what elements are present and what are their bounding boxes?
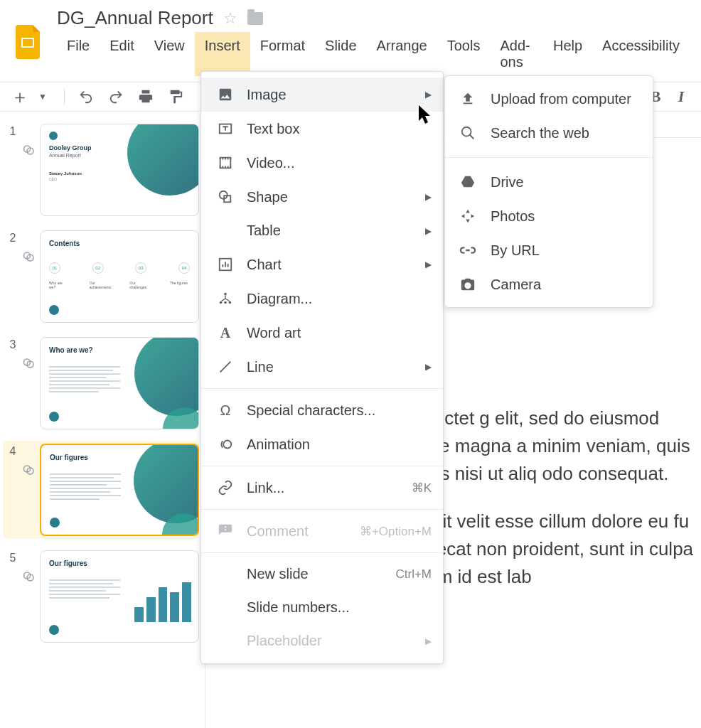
menu-divider xyxy=(201,466,443,466)
chevron-right-icon: ▶ xyxy=(425,259,432,269)
undo-icon[interactable] xyxy=(77,88,95,105)
video-icon xyxy=(217,154,234,171)
menu-tools[interactable]: Tools xyxy=(437,32,491,76)
slide-thumbnail-3[interactable]: 3 Who are we? xyxy=(3,334,199,432)
search-icon xyxy=(459,124,476,141)
textbox-icon xyxy=(217,120,234,137)
menu-item-video[interactable]: Video... xyxy=(201,146,443,180)
menu-item-image[interactable]: Image ▶ xyxy=(201,77,443,112)
slide-number: 2 xyxy=(3,230,23,245)
diagram-icon xyxy=(217,290,234,307)
menu-help[interactable]: Help xyxy=(543,32,592,76)
submenu-photos[interactable]: Photos xyxy=(445,199,653,233)
svg-point-22 xyxy=(466,284,470,288)
drive-icon xyxy=(459,173,476,191)
slide-thumbnail-1[interactable]: 1 Dooley Group Annual Report Stacey John… xyxy=(3,121,199,219)
menu-insert[interactable]: Insert xyxy=(195,32,250,76)
slide-thumbnail-2[interactable]: 2 Contents 01 02 03 04 Who are we? Our a… xyxy=(3,228,199,326)
chevron-right-icon: ▶ xyxy=(425,226,432,236)
omega-icon: Ω xyxy=(217,402,234,419)
svg-point-18 xyxy=(224,301,227,304)
menu-item-diagram[interactable]: Diagram... xyxy=(201,282,443,316)
menu-addons[interactable]: Add-ons xyxy=(490,32,543,76)
slide-number: 3 xyxy=(3,337,23,351)
menu-item-textbox[interactable]: Text box xyxy=(201,112,443,146)
chart-icon xyxy=(217,256,234,273)
menu-view[interactable]: View xyxy=(144,32,195,76)
menu-divider xyxy=(201,509,443,510)
submenu-upload-from-computer[interactable]: Upload from computer xyxy=(445,82,653,116)
slide-comment-icon xyxy=(23,444,40,479)
chevron-right-icon: ▶ xyxy=(425,362,432,372)
menu-item-shape[interactable]: Shape ▶ xyxy=(201,180,443,214)
menu-bar: File Edit View Insert Format Slide Arran… xyxy=(57,29,690,76)
menu-format[interactable]: Format xyxy=(250,32,315,76)
slide-thumbnail-5[interactable]: 5 Our figures xyxy=(3,547,199,646)
folder-icon[interactable] xyxy=(247,12,263,25)
wordart-icon: A xyxy=(217,324,234,341)
separator xyxy=(64,88,65,105)
link-icon xyxy=(217,479,234,496)
menu-item-table[interactable]: Table ▶ xyxy=(201,214,443,247)
menu-edit[interactable]: Edit xyxy=(100,32,144,76)
svg-point-16 xyxy=(224,293,227,296)
menu-file[interactable]: File xyxy=(57,32,100,76)
menu-arrange[interactable]: Arrange xyxy=(367,32,437,76)
print-icon[interactable] xyxy=(137,88,154,105)
menu-divider xyxy=(201,552,443,553)
italic-button[interactable]: I xyxy=(673,88,690,105)
new-slide-dropdown[interactable]: ▼ xyxy=(34,88,51,105)
menu-item-chart[interactable]: Chart ▶ xyxy=(201,247,443,282)
paint-format-icon[interactable] xyxy=(167,88,184,105)
upload-icon xyxy=(459,90,476,107)
menu-item-animation[interactable]: Animation xyxy=(201,427,443,461)
svg-point-19 xyxy=(229,301,232,304)
slide-comment-icon xyxy=(23,124,40,159)
submenu-drive[interactable]: Drive xyxy=(445,165,653,199)
image-submenu: Upload from computer Search the web Driv… xyxy=(444,75,653,308)
menu-divider xyxy=(201,388,443,389)
menu-item-link[interactable]: Link... ⌘K xyxy=(201,471,443,505)
menu-item-placeholder: Placeholder ▶ xyxy=(201,624,443,658)
title-bar: DG_Annual Report ☆ File Edit View Insert… xyxy=(0,0,701,79)
chevron-right-icon: ▶ xyxy=(425,90,432,100)
menu-slide[interactable]: Slide xyxy=(315,32,366,76)
submenu-camera[interactable]: Camera xyxy=(445,267,653,301)
submenu-by-url[interactable]: By URL xyxy=(445,233,653,267)
insert-dropdown-menu: Image ▶ Text box Video... Shape ▶ Table … xyxy=(200,71,444,664)
menu-item-new-slide[interactable]: New slide Ctrl+M xyxy=(201,557,443,591)
star-icon[interactable]: ☆ xyxy=(223,9,237,28)
comment-icon xyxy=(217,523,234,540)
camera-icon xyxy=(459,276,476,293)
filmstrip[interactable]: 1 Dooley Group Annual Report Stacey John… xyxy=(0,117,205,728)
shape-icon xyxy=(217,188,234,205)
slide-comment-icon xyxy=(23,337,40,373)
slide-number: 5 xyxy=(3,550,23,564)
document-title[interactable]: DG_Annual Report xyxy=(57,7,213,29)
slide-comment-icon xyxy=(23,230,40,266)
link-icon xyxy=(459,242,476,259)
svg-point-21 xyxy=(462,127,471,136)
menu-item-line[interactable]: Line ▶ xyxy=(201,350,443,384)
slides-logo[interactable] xyxy=(11,25,46,59)
menu-item-comment: Comment ⌘+Option+M xyxy=(201,514,443,548)
svg-point-20 xyxy=(223,441,231,449)
slide-thumbnail-4[interactable]: 4 Our figures xyxy=(3,441,199,539)
slide-number: 1 xyxy=(3,124,23,138)
menu-item-slide-numbers[interactable]: Slide numbers... xyxy=(201,591,443,624)
menu-item-special-characters[interactable]: Ω Special characters... xyxy=(201,393,443,427)
svg-point-17 xyxy=(220,301,223,304)
new-slide-button[interactable]: ＋ xyxy=(11,88,28,105)
image-icon xyxy=(217,86,234,103)
chevron-right-icon: ▶ xyxy=(425,192,432,202)
shortcut-label: Ctrl+M xyxy=(395,567,432,582)
menu-item-wordart[interactable]: A Word art xyxy=(201,316,443,350)
svg-rect-1 xyxy=(23,39,33,46)
chevron-right-icon: ▶ xyxy=(425,636,432,646)
menu-accessibility[interactable]: Accessibility xyxy=(592,32,690,76)
submenu-search-the-web[interactable]: Search the web xyxy=(445,116,653,150)
photos-icon xyxy=(459,208,476,225)
redo-icon[interactable] xyxy=(107,88,124,105)
animation-icon xyxy=(217,436,234,453)
shortcut-label: ⌘K xyxy=(412,481,432,496)
